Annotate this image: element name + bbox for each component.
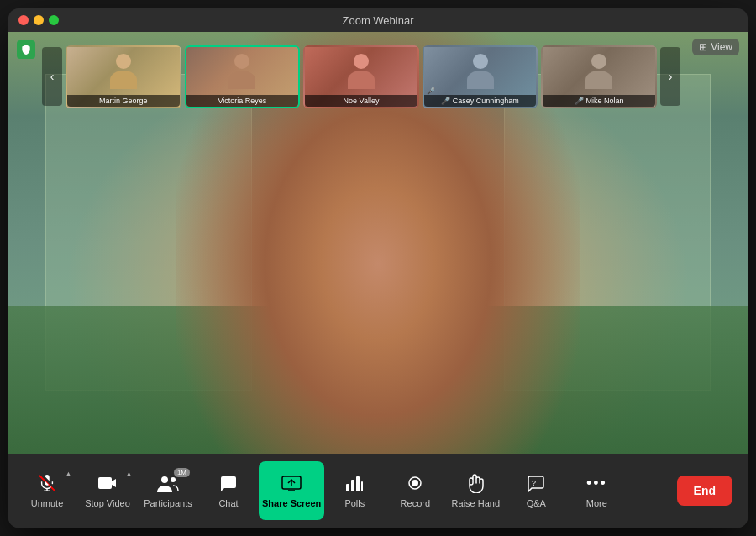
svg-point-4	[171, 477, 176, 482]
raise-hand-label: Raise Hand	[452, 498, 500, 509]
svg-rect-7	[346, 484, 349, 491]
raise-hand-icon	[464, 471, 487, 495]
svg-point-3	[161, 476, 168, 483]
polls-label: Polls	[344, 498, 365, 509]
camera-icon	[96, 471, 119, 495]
qa-button[interactable]: ? Q&A	[506, 461, 566, 520]
zoom-window: Zoom Webinar ⊞ View ‹	[8, 8, 748, 528]
raise-hand-button[interactable]: Raise Hand	[445, 461, 506, 520]
participant-thumb[interactable]: Martin George	[66, 45, 181, 108]
qa-label: Q&A	[527, 498, 546, 509]
toolbar: Unmute ▲ Stop Video ▲	[8, 454, 748, 528]
end-button[interactable]: End	[677, 476, 732, 506]
strip-prev-button[interactable]: ‹	[42, 47, 62, 106]
participant-name: Martin George	[67, 95, 180, 107]
share-screen-icon	[280, 471, 303, 495]
record-label: Record	[401, 498, 430, 509]
more-label: More	[586, 498, 607, 509]
polls-icon	[343, 471, 366, 495]
participant-strip: ‹ Martin George	[42, 39, 680, 114]
maximize-button[interactable]	[49, 15, 59, 25]
view-button[interactable]: ⊞ View	[692, 39, 739, 55]
chat-icon	[217, 471, 240, 495]
participant-thumb[interactable]: 🎤 Mike Nolan	[541, 45, 657, 108]
stop-video-button[interactable]: Stop Video ▲	[77, 461, 138, 520]
content-area: ⊞ View ‹ Martin George	[8, 32, 748, 528]
more-button[interactable]: ••• More	[566, 461, 627, 520]
stop-video-chevron-icon[interactable]: ▲	[125, 470, 133, 478]
share-screen-button[interactable]: Share Screen	[259, 461, 324, 520]
svg-rect-8	[351, 480, 354, 491]
participant-name: Victoria Reyes	[186, 95, 299, 107]
close-button[interactable]	[18, 15, 29, 25]
window-title: Zoom Webinar	[342, 14, 413, 27]
participant-thumb[interactable]: Victoria Reyes	[185, 45, 301, 108]
traffic-lights	[18, 15, 59, 25]
unmute-chevron-icon[interactable]: ▲	[65, 470, 72, 478]
record-button[interactable]: Record	[385, 461, 445, 520]
participant-name: Noe Valley	[305, 95, 417, 107]
title-bar: Zoom Webinar	[8, 8, 748, 32]
participant-name: 🎤 Casey Cunningham	[424, 95, 537, 107]
chat-button[interactable]: Chat	[198, 461, 259, 520]
view-label: View	[711, 41, 732, 53]
participant-mic-icon: 🎤	[427, 87, 435, 95]
participants-badge: 1M	[174, 468, 190, 477]
strip-next-button[interactable]: ›	[660, 47, 680, 106]
participant-name: 🎤 Mike Nolan	[543, 95, 655, 107]
microphone-icon	[35, 471, 59, 495]
participants-button[interactable]: 1M Participants	[138, 461, 198, 520]
record-icon	[403, 471, 427, 495]
participants-list: Martin George Victoria Reyes	[66, 45, 657, 108]
participants-label: Participants	[144, 498, 192, 509]
qa-icon: ?	[524, 471, 548, 495]
participant-thumb[interactable]: 🎤 🎤 Casey Cunningham	[423, 45, 538, 108]
unmute-label: Unmute	[31, 498, 64, 509]
chat-label: Chat	[218, 498, 238, 509]
shield-svg	[20, 44, 32, 55]
svg-rect-10	[361, 481, 363, 491]
share-screen-label: Share Screen	[262, 498, 321, 509]
participant-thumb[interactable]: Noe Valley	[303, 45, 419, 108]
view-icon: ⊞	[699, 41, 707, 53]
more-icon: •••	[585, 471, 608, 495]
svg-point-12	[412, 480, 418, 486]
svg-text:?: ?	[532, 479, 536, 487]
svg-rect-9	[356, 476, 360, 491]
stop-video-label: Stop Video	[85, 498, 130, 509]
unmute-button[interactable]: Unmute ▲	[17, 461, 77, 520]
minimize-button[interactable]	[34, 15, 44, 25]
security-shield-icon[interactable]	[17, 40, 35, 59]
polls-button[interactable]: Polls	[324, 461, 385, 520]
